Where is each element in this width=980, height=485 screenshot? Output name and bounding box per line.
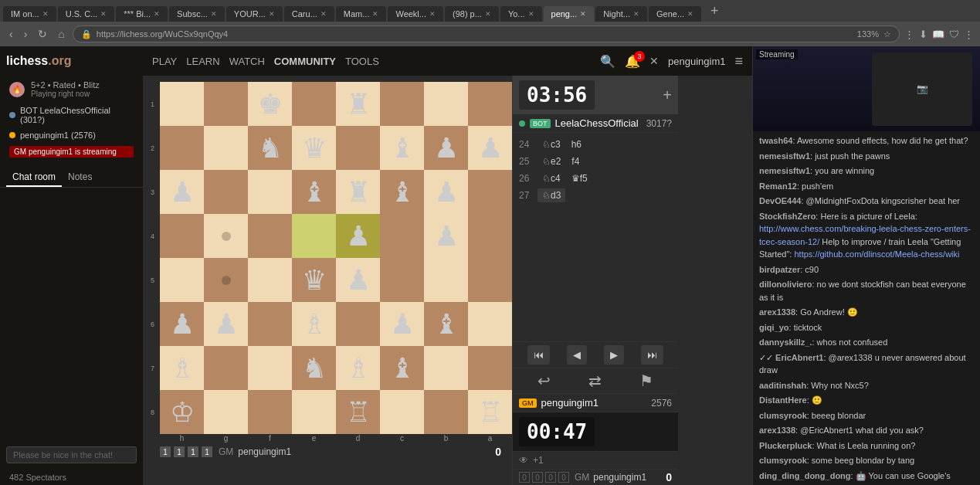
cell-d8[interactable]: ♜ — [336, 82, 380, 126]
next-button[interactable]: ▶ — [604, 345, 624, 365]
cell-h7[interactable] — [160, 126, 204, 170]
cell-h5[interactable] — [160, 214, 204, 258]
cell-c6[interactable]: ♝ — [380, 170, 424, 214]
cell-a2[interactable] — [468, 346, 512, 390]
cell-c2[interactable]: ♝ — [380, 346, 424, 390]
tab-mam[interactable]: Mam...✕ — [336, 6, 387, 22]
tab-subs[interactable]: Subsc...✕ — [169, 6, 225, 22]
cell-d3[interactable] — [336, 302, 380, 346]
cell-g2[interactable] — [204, 346, 248, 390]
tab-98[interactable]: (98) p...✕ — [445, 6, 499, 22]
prev-start-button[interactable]: ⏮ — [527, 345, 550, 365]
flag-button[interactable]: ⚑ — [639, 371, 653, 390]
cell-a7[interactable]: ♟ — [468, 126, 512, 170]
tab-yo[interactable]: Yo...✕ — [500, 6, 542, 22]
cell-g7[interactable] — [204, 126, 248, 170]
flip-button[interactable]: ⇄ — [588, 371, 602, 390]
cell-g3[interactable]: ♟ — [204, 302, 248, 346]
nav-learn[interactable]: LEARN — [186, 56, 219, 67]
tab-peng[interactable]: peng...✕ — [544, 6, 595, 22]
cell-e6[interactable]: ♝ — [292, 170, 336, 214]
cell-d6[interactable]: ♜ — [336, 170, 380, 214]
cell-b8[interactable] — [424, 82, 468, 126]
cell-d2[interactable]: ♗ — [336, 346, 380, 390]
chat-input[interactable]: Please be nice in the chat! — [6, 446, 137, 463]
cell-a3[interactable] — [468, 302, 512, 346]
move-black-25[interactable]: f4 — [567, 154, 584, 168]
move-white-25[interactable]: ♘e2 — [537, 154, 565, 168]
home-button[interactable]: ⌂ — [55, 26, 67, 42]
cell-d5-highlight[interactable]: ♟ — [336, 214, 380, 258]
cell-e2[interactable]: ♞ — [292, 346, 336, 390]
undo-button[interactable]: ↩ — [537, 371, 551, 390]
nav-play[interactable]: PLAY — [152, 56, 177, 67]
cell-c7[interactable]: ♝ — [380, 126, 424, 170]
cell-f8[interactable]: ♚ — [248, 82, 292, 126]
cell-e3[interactable]: ♗ — [292, 302, 336, 346]
move-white-26[interactable]: ♘c4 — [537, 171, 565, 185]
cell-h1[interactable]: ♔ — [160, 390, 204, 434]
cell-f1[interactable] — [248, 390, 292, 434]
cell-h6[interactable]: ♟ — [160, 170, 204, 214]
cell-b3[interactable]: ♝ — [424, 302, 468, 346]
cell-f2[interactable] — [248, 346, 292, 390]
cell-b7[interactable]: ♟ — [424, 126, 468, 170]
nav-community[interactable]: COMMUNITY — [274, 56, 336, 67]
cell-f3[interactable] — [248, 302, 292, 346]
cell-h4[interactable] — [160, 258, 204, 302]
extensions-icon[interactable]: ⋮ — [904, 29, 914, 40]
cell-b6[interactable]: ♟ — [424, 170, 468, 214]
cell-h8[interactable] — [160, 82, 204, 126]
cell-c8[interactable] — [380, 82, 424, 126]
cell-g8[interactable] — [204, 82, 248, 126]
tab-chat-room[interactable]: Chat room — [6, 168, 62, 187]
link-github[interactable]: https://github.com/dlinscot/Meela-chess/… — [794, 249, 959, 259]
tab-your[interactable]: YOUR...✕ — [226, 6, 283, 22]
tab-im[interactable]: IM on...✕ — [3, 6, 56, 22]
cell-e4[interactable]: ♛ — [292, 258, 336, 302]
cell-c5[interactable] — [380, 214, 424, 258]
cell-f5[interactable] — [248, 214, 292, 258]
cell-b1[interactable] — [424, 390, 468, 434]
cell-b5[interactable]: ♟ — [424, 214, 468, 258]
hamburger-icon[interactable]: ≡ — [734, 53, 743, 70]
cell-c1[interactable] — [380, 390, 424, 434]
cell-f7[interactable]: ♞ — [248, 126, 292, 170]
cell-a1[interactable]: ♖ — [468, 390, 512, 434]
tab-usc[interactable]: U.S. C...✕ — [58, 6, 115, 22]
move-black-26[interactable]: ♛f5 — [567, 171, 592, 185]
move-black-24[interactable]: h6 — [567, 137, 586, 151]
search-icon[interactable]: 🔍 — [600, 54, 615, 69]
cell-g5[interactable] — [204, 214, 248, 258]
cell-d4[interactable]: ♟ — [336, 258, 380, 302]
download-icon[interactable]: ⬇ — [919, 29, 927, 40]
move-white-24[interactable]: ♘c3 — [537, 137, 565, 151]
nav-tools[interactable]: TOOLS — [345, 56, 379, 67]
move-white-27[interactable]: ♘d3 — [537, 188, 565, 202]
cell-a5[interactable] — [468, 214, 512, 258]
cell-b2[interactable] — [424, 346, 468, 390]
tab-caru[interactable]: Caru...✕ — [284, 6, 334, 22]
cell-f4[interactable] — [248, 258, 292, 302]
cell-h3[interactable]: ♟ — [160, 302, 204, 346]
cell-e8[interactable] — [292, 82, 336, 126]
cell-c3[interactable]: ♟ — [380, 302, 424, 346]
nav-watch[interactable]: WATCH — [229, 56, 265, 67]
cell-b4[interactable] — [424, 258, 468, 302]
cell-a6[interactable] — [468, 170, 512, 214]
bookmark-star[interactable]: ☆ — [883, 29, 891, 39]
tab-gene[interactable]: Gene...✕ — [649, 6, 701, 22]
cell-g4[interactable] — [204, 258, 248, 302]
cell-e7[interactable]: ♛ — [292, 126, 336, 170]
reload-button[interactable]: ↻ — [35, 26, 50, 42]
cell-e5-highlight[interactable] — [292, 214, 336, 258]
cell-d1[interactable]: ♖ — [336, 390, 380, 434]
bookmarks-icon[interactable]: 📖 — [932, 29, 944, 40]
cell-f6[interactable] — [248, 170, 292, 214]
address-bar[interactable]: 🔒 https://lichess.org/WuCSx9qnQqy4 133% … — [73, 25, 900, 42]
cell-g6[interactable] — [204, 170, 248, 214]
tab-night[interactable]: Night...✕ — [595, 6, 647, 22]
cell-c4[interactable] — [380, 258, 424, 302]
cell-e1[interactable] — [292, 390, 336, 434]
prev-button[interactable]: ◀ — [567, 345, 587, 365]
